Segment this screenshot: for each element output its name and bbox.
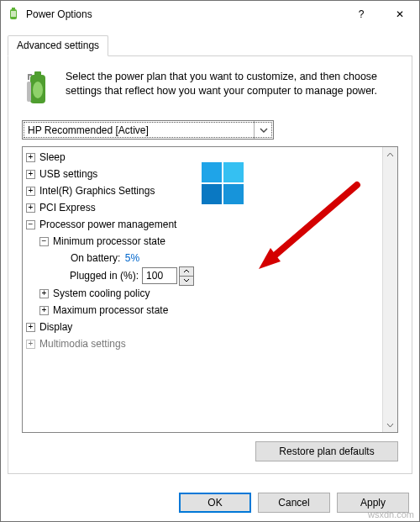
intro-row: Select the power plan that you want to c…	[22, 70, 398, 108]
plugged-in-spinner	[142, 266, 194, 286]
restore-defaults-button[interactable]: Restore plan defaults	[255, 441, 398, 461]
expand-icon[interactable]: +	[26, 203, 35, 213]
node-usb-settings[interactable]: + USB settings	[26, 166, 379, 182]
node-intel-graphics[interactable]: + Intel(R) Graphics Settings	[26, 182, 379, 199]
label: USB settings	[39, 166, 98, 182]
expand-icon[interactable]: +	[26, 323, 35, 332]
titlebar: Power Options ? ✕	[1, 1, 419, 28]
expand-icon[interactable]: +	[39, 289, 49, 298]
tab-strip: Advanced settings	[8, 35, 412, 56]
cancel-button[interactable]: Cancel	[258, 493, 330, 513]
restore-row: Restore plan defaults	[22, 441, 398, 461]
node-display[interactable]: + Display	[26, 319, 379, 335]
client-area: Advanced settings Select the power plan …	[1, 28, 419, 484]
spin-down-button[interactable]	[179, 277, 194, 286]
power-plan-selected: HP Recommended [Active]	[28, 124, 149, 136]
label: Minimum processor state	[52, 233, 166, 250]
node-pci-express[interactable]: + PCI Express	[26, 199, 379, 216]
node-max-processor-state[interactable]: + Maximum processor state	[26, 302, 379, 319]
scrollbar[interactable]	[382, 147, 397, 432]
label: On battery:	[70, 250, 121, 266]
tab-body: Select the power plan that you want to c…	[8, 55, 412, 474]
label: PCI Express	[39, 199, 97, 216]
dialog-button-row: OK Cancel Apply	[1, 484, 419, 521]
svg-rect-2	[11, 11, 16, 17]
collapse-icon[interactable]: −	[39, 237, 49, 246]
apply-button[interactable]: Apply	[337, 493, 409, 513]
node-multimedia[interactable]: + Multimodia settings	[26, 335, 379, 352]
node-on-battery[interactable]: On battery: 5%	[26, 250, 379, 266]
expand-icon[interactable]: +	[26, 340, 35, 349]
window-title: Power Options	[26, 8, 342, 20]
spin-up-button[interactable]	[179, 266, 194, 277]
close-button[interactable]: ✕	[381, 1, 419, 28]
node-min-processor-state[interactable]: − Minimum processor state	[26, 233, 379, 250]
power-options-window: Power Options ? ✕ Advanced settings Sele…	[0, 0, 420, 522]
intro-text: Select the power plan that you want to c…	[66, 70, 398, 98]
value-on-battery[interactable]: 5%	[124, 250, 140, 266]
svg-point-5	[33, 82, 43, 98]
power-plan-dropdown[interactable]: HP Recommended [Active]	[22, 120, 274, 140]
collapse-icon[interactable]: −	[26, 220, 35, 229]
power-plan-icon	[8, 8, 21, 21]
ok-button[interactable]: OK	[179, 493, 251, 513]
label: Processor power management	[39, 216, 177, 233]
node-processor-power-mgmt[interactable]: − Processor power management	[26, 216, 379, 233]
settings-tree-container: + Sleep + USB settings + Intel(R) Graphi…	[22, 146, 398, 433]
label: System cooling policy	[52, 285, 150, 302]
label: Sleep	[39, 149, 66, 166]
node-plugged-in[interactable]: Plugged in (%):	[26, 266, 379, 285]
label: Plugged in (%):	[70, 267, 139, 284]
svg-rect-6	[27, 82, 31, 102]
chevron-down-icon	[254, 121, 273, 139]
tab-advanced-settings[interactable]: Advanced settings	[8, 35, 108, 56]
node-sleep[interactable]: + Sleep	[26, 149, 379, 166]
expand-icon[interactable]: +	[26, 153, 35, 162]
help-icon: ?	[359, 8, 365, 20]
svg-rect-4	[34, 71, 41, 76]
expand-icon[interactable]: +	[39, 306, 49, 315]
expand-icon[interactable]: +	[26, 187, 35, 196]
close-icon: ✕	[396, 8, 404, 20]
label: Multimodia settings	[39, 335, 127, 352]
settings-tree[interactable]: + Sleep + USB settings + Intel(R) Graphi…	[23, 147, 382, 432]
battery-leaf-icon	[22, 70, 55, 108]
label: Maximum processor state	[52, 302, 169, 319]
svg-rect-1	[12, 8, 15, 9]
scroll-up-button[interactable]	[383, 147, 397, 161]
help-button[interactable]: ?	[342, 1, 381, 28]
label: Intel(R) Graphics Settings	[39, 182, 155, 199]
node-system-cooling[interactable]: + System cooling policy	[26, 285, 379, 302]
scroll-down-button[interactable]	[383, 418, 397, 432]
plugged-in-input[interactable]	[142, 267, 177, 284]
expand-icon[interactable]: +	[26, 170, 35, 179]
label: Display	[39, 319, 73, 335]
